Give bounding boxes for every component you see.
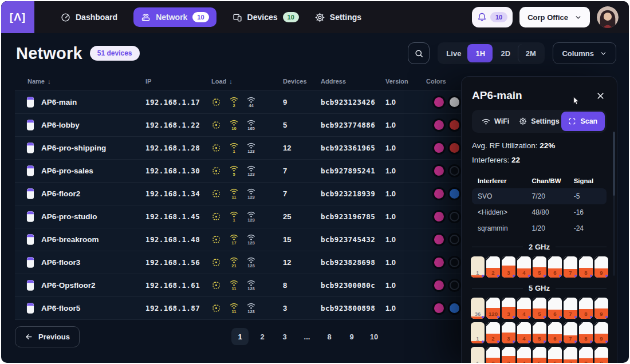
wifi-5ghz-channel: 44	[247, 96, 255, 108]
gauge-icon	[61, 13, 70, 22]
divider-line	[556, 247, 607, 247]
channel-cell: 6	[548, 322, 562, 343]
wifi-5ghz-channel: 123	[247, 188, 255, 200]
device-ip: 192.168.1.61	[145, 281, 211, 290]
panel-scrollbar[interactable]	[613, 132, 615, 276]
interferer-signal: -5	[574, 192, 601, 200]
time-range-live[interactable]: Live	[439, 44, 467, 62]
column-header-address[interactable]: Address	[321, 78, 385, 85]
column-label: IP	[145, 78, 151, 85]
user-avatar[interactable]	[597, 6, 619, 28]
channel-cell: 8	[579, 256, 593, 278]
cell-notch	[533, 322, 537, 326]
column-header-ip[interactable]: IP	[145, 78, 211, 85]
column-header-devices[interactable]: Devices	[283, 78, 321, 85]
arrow-left-icon	[25, 333, 33, 341]
device-client-count: 25	[283, 212, 321, 221]
time-range-1h[interactable]: 1H	[467, 44, 493, 62]
channel-cell: 9	[594, 347, 608, 363]
channel-cell: 1	[471, 256, 485, 278]
channel-cell: 7	[564, 322, 577, 343]
nav-network[interactable]: Network 10	[133, 7, 216, 27]
previous-page-button[interactable]: Previous	[15, 326, 80, 347]
device-ip: 192.168.1.87	[145, 304, 211, 312]
page-number-2[interactable]: 2	[254, 328, 271, 345]
nav-settings[interactable]: Settings	[315, 13, 361, 22]
color-dot-blue	[450, 303, 459, 313]
wifi-24ghz-channel: 2	[230, 96, 238, 108]
time-range-2d[interactable]: 2D	[493, 44, 518, 62]
column-header-name[interactable]: Name↓	[15, 78, 145, 85]
cell-notch	[579, 347, 583, 351]
columns-button[interactable]: Columns	[553, 42, 616, 64]
interferer-chan_bw: 48/80	[532, 208, 574, 216]
nav-devices[interactable]: Devices 10	[233, 12, 299, 22]
cell-notch	[486, 322, 490, 326]
channel-number: 3	[502, 360, 515, 363]
nav-network-badge: 10	[192, 12, 208, 22]
device-address: bcb923218939	[321, 189, 385, 198]
device-ip: 192.168.1.22	[145, 121, 211, 129]
device-address: bcb92300080c	[321, 281, 385, 290]
cpu-icon	[211, 143, 221, 153]
col-chan-bw: Chan/BW	[532, 177, 574, 184]
divider-line	[556, 288, 607, 288]
time-range-2m[interactable]: 2M	[518, 44, 543, 62]
sort-descending-icon: ↓	[229, 78, 233, 85]
divider-line	[472, 247, 523, 247]
page-number-3[interactable]: 3	[276, 328, 293, 345]
notifications-button[interactable]: 10	[472, 7, 513, 27]
column-label: Name	[27, 78, 45, 85]
page-number-10[interactable]: 10	[365, 328, 383, 345]
tab-wifi[interactable]: WiFi	[474, 112, 517, 131]
tab-settings[interactable]: Settings	[517, 112, 561, 131]
cell-notch	[533, 256, 537, 260]
nav-devices-label: Devices	[247, 13, 278, 22]
org-selector[interactable]: Corp Office	[519, 7, 590, 27]
channel-number: 8	[579, 360, 593, 363]
color-dot-pink	[434, 166, 444, 176]
cpu-icon	[211, 120, 221, 130]
wifi-5ghz-channel: 123	[247, 256, 255, 268]
device-client-count: 7	[283, 189, 321, 198]
channel-cell: 6	[548, 256, 562, 278]
nav-dashboard[interactable]: Dashboard	[61, 13, 117, 22]
ap-marker-dot	[574, 316, 577, 318]
interferers-value: 22	[511, 156, 520, 164]
interferer-interferer: SVO	[478, 192, 532, 200]
device-client-count: 5	[283, 121, 321, 129]
close-panel-button[interactable]	[594, 90, 607, 102]
cell-notch	[517, 256, 521, 260]
interferer-table-header: Interferer Chan/BW Signal	[472, 173, 607, 188]
channel-row: 123456789	[462, 347, 617, 363]
color-dot-red	[450, 143, 459, 153]
page-number-9[interactable]: 9	[343, 328, 360, 345]
ap-marker-dot	[590, 275, 592, 277]
sort-descending-icon: ↓	[48, 78, 51, 85]
page-number-8[interactable]: 8	[321, 328, 338, 345]
color-dot-empty	[450, 212, 459, 221]
page-number-1[interactable]: 1	[231, 328, 249, 345]
time-range-segmented: Live1H2D2M	[438, 42, 545, 64]
device-name: AP6-floor2	[41, 189, 80, 198]
panel-title: AP6-main	[472, 89, 522, 102]
color-dot-pink	[434, 97, 444, 107]
device-ip: 192.168.1.17	[145, 98, 211, 106]
column-header-load[interactable]: Load↓	[211, 78, 283, 85]
cell-notch	[548, 256, 552, 260]
device-ip: 192.168.1.28	[145, 144, 211, 152]
tab-scan[interactable]: Scan	[561, 112, 605, 131]
device-name: AP6-lobby	[41, 121, 80, 129]
app-logo[interactable]: [Λ]	[1, 1, 34, 33]
cpu-icon	[211, 280, 221, 290]
column-header-version[interactable]: Version	[385, 78, 426, 85]
device-version: 1.0	[385, 235, 426, 244]
ap-marker-dot	[559, 341, 561, 343]
ap-marker-dot	[605, 275, 608, 277]
access-point-icon	[26, 142, 34, 154]
device-client-count: 7	[283, 167, 321, 175]
search-button[interactable]	[408, 42, 430, 64]
wifi-5ghz-channel: 123	[247, 211, 255, 223]
column-label: Colors	[426, 78, 446, 85]
device-client-count: 8	[283, 281, 321, 290]
